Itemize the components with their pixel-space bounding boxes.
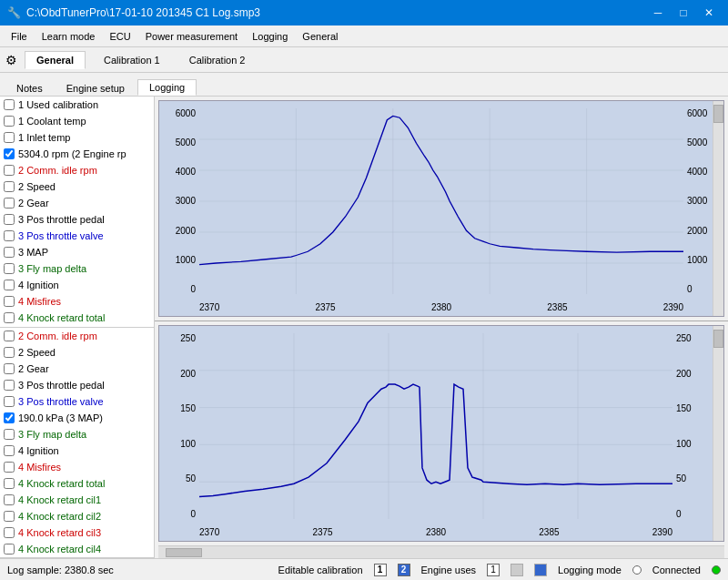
checkbox-b-map[interactable]	[4, 412, 15, 423]
checkbox-b-throttle-pedal[interactable]	[4, 380, 15, 391]
right-panel: 6000 5000 4000 3000 2000 1000 0 6000 500…	[155, 97, 728, 558]
menu-file[interactable]: File	[4, 29, 35, 44]
list-item[interactable]: 3 Fly map delta	[0, 260, 154, 277]
list-item[interactable]: 4 Knock retard cil3	[0, 524, 154, 541]
list-item[interactable]: 3 Pos throttle pedal	[0, 211, 154, 228]
list-item[interactable]: 4 Knock retard total	[0, 475, 154, 492]
checkbox-b-knock-cil3[interactable]	[4, 527, 15, 538]
y-axis-right-2000: 2000	[687, 226, 707, 236]
checkbox-comm-idle[interactable]	[4, 165, 15, 176]
list-item[interactable]: 3 Pos throttle valve	[0, 228, 154, 244]
checkbox-b-fly-map[interactable]	[4, 429, 15, 440]
checkbox-b-knock-total[interactable]	[4, 478, 15, 489]
list-item[interactable]: 4 Ignition	[0, 277, 154, 293]
menu-general[interactable]: General	[295, 29, 345, 44]
y-axis-right-1000: 1000	[687, 255, 707, 265]
checkbox-inlet-temp[interactable]	[4, 132, 15, 143]
engine-badge-1[interactable]: 1	[487, 564, 500, 576]
menu-logging[interactable]: Logging	[245, 29, 295, 44]
item-label: 2 Speed	[18, 181, 56, 192]
y-axis-right-4000: 4000	[687, 167, 707, 177]
y2-axis-right-200: 200	[676, 369, 692, 379]
tab-calibration2[interactable]: Calibration 2	[178, 52, 257, 68]
checkbox-knock-retard-total[interactable]	[4, 312, 15, 323]
list-item[interactable]: 2 Speed	[0, 344, 154, 361]
list-item[interactable]: 1 Inlet temp	[0, 129, 154, 146]
checkbox-b-comm-idle[interactable]	[4, 331, 15, 341]
checkbox-b-speed[interactable]	[4, 347, 15, 358]
menu-learn-mode[interactable]: Learn mode	[35, 29, 103, 44]
top-list: 1 Used calibration 1 Coolant temp 1 Inle…	[0, 97, 154, 328]
y2-axis-left-0: 0	[190, 509, 196, 519]
list-item[interactable]: 3 Pos throttle pedal	[0, 377, 154, 393]
y2-axis-left-50: 50	[186, 473, 196, 483]
checkbox-throttle-pedal[interactable]	[4, 214, 15, 225]
checkbox-coolant-temp[interactable]	[4, 116, 15, 127]
checkbox-gear[interactable]	[4, 198, 15, 209]
x-axis-2380: 2380	[431, 302, 451, 312]
list-item[interactable]: 2 Gear	[0, 361, 154, 377]
y-axis-right-5000: 5000	[687, 137, 707, 148]
checkbox-b-gear[interactable]	[4, 363, 15, 374]
checkbox-speed[interactable]	[4, 181, 15, 192]
list-item[interactable]: 4 Knock retard cil2	[0, 508, 154, 524]
list-item[interactable]: 4 Knock retard cil4	[0, 541, 154, 557]
cal-badge-1[interactable]: 1	[374, 564, 387, 576]
list-item[interactable]: 1 Used calibration	[0, 97, 154, 113]
checkbox-ignition[interactable]	[4, 280, 15, 290]
maximize-button[interactable]: □	[672, 3, 695, 23]
tab-general[interactable]: General	[25, 51, 86, 69]
list-item[interactable]: 190.0 kPa (3 MAP)	[0, 410, 154, 426]
connection-status-icon	[712, 565, 721, 575]
list-item[interactable]: 2 Comm. idle rpm	[0, 162, 154, 178]
checkbox-used-calibration[interactable]	[4, 99, 15, 110]
checkbox-throttle-valve[interactable]	[4, 230, 15, 241]
menu-ecu[interactable]: ECU	[102, 29, 137, 44]
item-label: 4 Knock retard total	[18, 478, 105, 489]
menu-power-measurement[interactable]: Power measurement	[138, 29, 246, 44]
list-item[interactable]: 1 Coolant temp	[0, 113, 154, 129]
list-item[interactable]: 4 Knock retard total	[0, 310, 154, 326]
item-label: 2 Comm. idle rpm	[18, 331, 97, 341]
checkbox-fly-map-delta[interactable]	[4, 263, 15, 274]
checkbox-b-knock-cil2[interactable]	[4, 511, 15, 522]
list-item[interactable]: 3 Pos throttle valve	[0, 393, 154, 410]
title-bar: 🔧 C:\ObdTunerPro\17-01-10 201345 C1 Log.…	[0, 0, 728, 25]
list-item[interactable]: 5304.0 rpm (2 Engine rp	[0, 146, 154, 162]
y2-axis-right-100: 100	[676, 439, 692, 449]
minimize-button[interactable]: ─	[646, 3, 670, 23]
log-sample-label: Log sample: 2380.8 sec	[7, 565, 114, 575]
bottom-list: 2 Comm. idle rpm 2 Speed 2 Gear 3 Pos th…	[0, 328, 154, 559]
checkbox-rpm[interactable]	[4, 148, 15, 159]
cal-badge-2[interactable]: 2	[398, 564, 410, 576]
x2-axis-2390: 2390	[652, 527, 672, 537]
list-item[interactable]: 2 Gear	[0, 195, 154, 211]
checkbox-map[interactable]	[4, 247, 15, 258]
list-item[interactable]: 4 Knock retard cil1	[0, 492, 154, 508]
checkbox-b-misfires[interactable]	[4, 462, 15, 473]
list-item[interactable]: 4 Misfires	[0, 293, 154, 310]
checkbox-b-ignition[interactable]	[4, 445, 15, 456]
subtab-logging[interactable]: Logging	[137, 79, 197, 96]
tab-calibration1[interactable]: Calibration 1	[93, 52, 171, 68]
x-axis-2375: 2375	[315, 302, 335, 312]
item-label: 1 Coolant temp	[18, 116, 86, 127]
checkbox-b-knock-cil4[interactable]	[4, 544, 15, 555]
checkbox-b-knock-cil1[interactable]	[4, 494, 15, 505]
close-button[interactable]: ✕	[697, 3, 721, 23]
list-item[interactable]: 2 Comm. idle rpm	[0, 328, 154, 344]
list-item[interactable]: 4 Ignition	[0, 443, 154, 459]
checkbox-misfires[interactable]	[4, 296, 15, 307]
y2-axis-right-50: 50	[676, 473, 686, 483]
subtab-notes[interactable]: Notes	[5, 81, 54, 96]
x2-axis-2375: 2375	[312, 527, 332, 537]
list-item[interactable]: 3 MAP	[0, 244, 154, 260]
y-axis-right-6000: 6000	[687, 108, 707, 118]
checkbox-b-throttle-valve[interactable]	[4, 396, 15, 407]
list-item[interactable]: 4 Misfires	[0, 459, 154, 475]
item-label: 4 Knock retard cil1	[18, 494, 101, 505]
list-item[interactable]: 3 Fly map delta	[0, 426, 154, 443]
list-item[interactable]: 2 Speed	[0, 178, 154, 195]
y2-axis-right-250: 250	[676, 333, 692, 343]
subtab-engine-setup[interactable]: Engine setup	[56, 81, 136, 96]
